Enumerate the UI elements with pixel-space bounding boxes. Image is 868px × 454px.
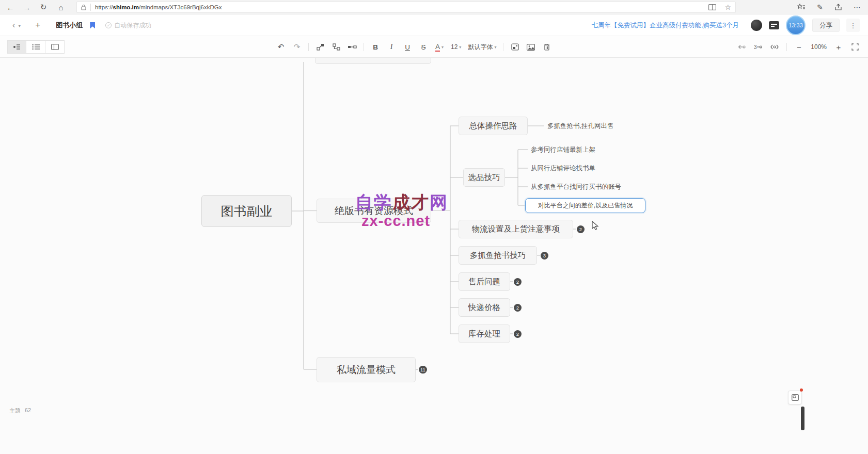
undo-icon[interactable]: ↶	[276, 41, 286, 53]
mindmap-node-zongti[interactable]: 总体操作思路	[459, 117, 528, 135]
mindmap-node-kuaidi[interactable]: 快递价格	[459, 298, 510, 317]
sticker-icon[interactable]	[510, 41, 519, 53]
expand-level-icon[interactable]: 3	[753, 41, 763, 53]
strikethrough-button[interactable]: S	[419, 41, 428, 53]
outline-view-button[interactable]	[26, 40, 45, 54]
mindmap-node-root[interactable]: 图书副业	[201, 195, 292, 227]
address-bar[interactable]: https://shimo.im/mindmaps/XT3c69rBqj6xkD…	[76, 2, 736, 13]
document-header: ‹ ▾ + 图书小组 ✓ 自动保存成功 七周年【免费试用】企业高级付费功能,购买…	[0, 14, 868, 36]
browser-toolbar: ← → ↻ ⌂ https://shimo.im/mindmaps/XT3c69…	[0, 0, 868, 14]
mindmap-node-duozhua[interactable]: 多抓鱼抢书技巧	[459, 246, 537, 265]
collapsed-count-badge-wuliu[interactable]: 2	[577, 225, 585, 233]
refresh-icon[interactable]: ↻	[36, 0, 51, 14]
split-view-button[interactable]	[45, 40, 65, 54]
zoom-out-icon[interactable]: −	[794, 41, 803, 53]
connector-lines	[0, 58, 868, 454]
autosave-status: ✓ 自动保存成功	[105, 21, 151, 30]
mindmap-node-kucun[interactable]: 库存处理	[459, 325, 510, 343]
font-color-button[interactable]: A▾	[435, 41, 444, 53]
forward-icon[interactable]: →	[20, 0, 34, 14]
underline-button[interactable]: U	[403, 41, 412, 53]
fullscreen-icon[interactable]	[850, 41, 860, 53]
collapse-branch-icon[interactable]	[737, 41, 746, 53]
mindmap-node-leaf1[interactable]: 参考同行店铺最新上架	[531, 145, 595, 154]
mindmap-node-siyu[interactable]: 私域流量模式	[317, 357, 416, 382]
home-icon[interactable]: ⌂	[54, 0, 68, 14]
mindmap-node-jueban[interactable]: 绝版书有资源模式	[317, 199, 431, 223]
application-window: ← → ↻ ⌂ https://shimo.im/mindmaps/XT3c69…	[0, 0, 868, 454]
doc-back-icon[interactable]: ‹	[12, 21, 15, 30]
svg-text:3: 3	[754, 44, 757, 50]
italic-button[interactable]: I	[387, 41, 396, 53]
favorites-hub-icon[interactable]	[797, 4, 806, 11]
mindmap-node-xuanpin[interactable]: 选品技巧	[463, 168, 505, 187]
notification-dot	[800, 388, 803, 392]
promo-banner-link[interactable]: 七周年【免费试用】企业高级付费功能,购买送3个月	[592, 21, 739, 30]
back-icon[interactable]: ←	[3, 0, 18, 14]
collapsed-count-badge-siyu[interactable]: 11	[419, 366, 427, 374]
redo-icon[interactable]: ↷	[292, 41, 302, 53]
clock-overlay: 13:33	[786, 15, 806, 35]
share-button[interactable]: 分享	[812, 19, 840, 32]
reading-view-icon[interactable]	[708, 4, 716, 10]
insert-relation-icon[interactable]	[348, 41, 357, 53]
collapsed-count-badge-duozhua[interactable]: 3	[541, 252, 548, 260]
bold-button[interactable]: B	[371, 41, 380, 53]
mindmap-node-leaf2[interactable]: 从同行店铺评论找书单	[531, 164, 595, 172]
annotate-pen-icon[interactable]: ✎	[817, 3, 823, 11]
minimap-button[interactable]	[788, 391, 802, 404]
header-more-icon[interactable]: ⋮	[846, 19, 860, 32]
insert-subtopic-icon[interactable]	[332, 41, 341, 53]
url-text: https://shimo.im/mindmaps/XT3c69rBqj6xkD…	[95, 4, 222, 10]
address-divider	[90, 4, 91, 11]
new-document-icon[interactable]: +	[35, 20, 40, 30]
user-avatar[interactable]	[751, 20, 762, 31]
autosave-check-icon: ✓	[105, 22, 112, 28]
topic-counter: 主题62	[9, 407, 31, 415]
favorite-star-icon[interactable]: ☆	[724, 3, 731, 11]
share-page-icon[interactable]	[834, 4, 842, 11]
fit-canvas-icon[interactable]	[770, 41, 779, 53]
zoom-level[interactable]: 100%	[811, 43, 827, 51]
mindmap-node-shouhou[interactable]: 售后问题	[459, 272, 510, 291]
format-toolbar: ↶ ↷ B I U S A▾ 12▾ 默认字体▾	[0, 36, 868, 58]
mindmap-node-leaf3[interactable]: 从多抓鱼平台找同行买书的账号	[531, 183, 621, 191]
collapsed-count-badge-kuaidi[interactable]: 2	[514, 304, 522, 312]
zoom-in-icon[interactable]: +	[834, 41, 843, 53]
document-title: 图书小组	[56, 21, 83, 30]
mindmap-node-wuliu[interactable]: 物流设置及上货注意事项	[459, 220, 573, 238]
lock-icon	[81, 4, 86, 10]
insert-image-icon[interactable]	[526, 41, 535, 53]
scrollbar-thumb[interactable]	[801, 407, 804, 430]
node-partial-top[interactable]	[315, 58, 431, 64]
font-size-dropdown[interactable]: 12▾	[451, 43, 461, 51]
mindmap-node-sel[interactable]: 对比平台之间的差价,以及已售情况	[525, 198, 645, 213]
mindmap-view-button[interactable]	[7, 40, 26, 54]
mindmap-canvas[interactable]: 图书副业绝版书有资源模式总体操作思路多抓鱼抢书,挂孔网出售选品技巧参考同行店铺最…	[0, 58, 868, 454]
collapsed-count-badge-shouhou[interactable]: 2	[514, 278, 522, 286]
delete-icon[interactable]	[542, 41, 551, 53]
insert-topic-icon[interactable]	[315, 41, 325, 53]
comment-icon[interactable]	[769, 21, 779, 29]
doc-back-dropdown-icon[interactable]: ▾	[18, 23, 21, 28]
browser-menu-icon[interactable]: ⋯	[854, 3, 861, 11]
font-family-dropdown[interactable]: 默认字体▾	[468, 43, 496, 52]
mindmap-node-leaf_zongti[interactable]: 多抓鱼抢书,挂孔网出售	[547, 122, 613, 130]
bookmark-icon[interactable]	[90, 22, 95, 29]
collapsed-count-badge-kucun[interactable]: 2	[514, 330, 522, 338]
